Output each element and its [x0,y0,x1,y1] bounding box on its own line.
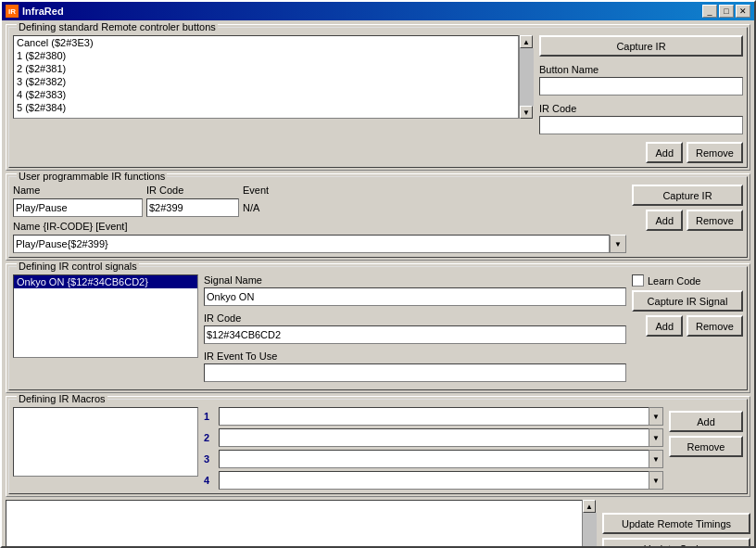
section3-btn-row: Add Remove [632,315,743,337]
section4-left [13,407,198,490]
scroll-up-btn[interactable]: ▲ [520,35,533,48]
maximize-button[interactable]: □ [719,5,734,18]
section1-layout: Cancel ($2#3E3) 1 ($2#380) 2 ($2#381) 3 … [13,35,743,163]
signal-name-field: Signal Name [204,274,626,306]
button-name-field: Button Name [539,64,743,96]
macro-dropdown-3[interactable]: ▼ [649,450,663,468]
ir-event-field: IR Event To Use [204,350,626,382]
signal-name-input[interactable] [204,287,626,306]
main-window: IR InfraRed _ □ ✕ Defining standard Remo… [0,0,756,548]
user-ircode-input[interactable] [146,198,239,217]
ir-event-input[interactable] [204,363,626,382]
bottom-scroll-up[interactable]: ▲ [583,500,596,513]
list-item[interactable]: 3 ($2#382) [14,75,518,88]
scroll-down-btn[interactable]: ▼ [520,106,533,119]
bottom-section: ▲ ▼ Update Remote Timings Update Codes [6,500,750,546]
remove-button-4[interactable]: Remove [669,436,743,457]
add-button-2[interactable]: Add [646,210,683,231]
list-item[interactable]: 1 ($2#380) [14,49,518,62]
section3-outer: Defining IR control signals Onkyo ON {$1… [6,263,750,393]
list-item[interactable]: Cancel ($2#3E3) [14,36,518,49]
ir-code-input-1[interactable] [539,116,743,134]
signal-name-label: Signal Name [204,274,626,286]
macro-select-wrapper-1: ▼ [219,407,663,426]
macro-row-2: 2 ▼ [204,428,663,447]
capture-ir-signal-button[interactable]: Capture IR Signal [632,290,743,312]
list-item[interactable]: 2 ($2#381) [14,62,518,75]
section3-label: Defining IR control signals [17,261,139,272]
list-item[interactable]: 4 ($2#383) [14,88,518,101]
remote-buttons-list-container: Cancel ($2#3E3) 1 ($2#380) 2 ($2#381) 3 … [13,35,534,119]
bottom-textarea[interactable] [6,500,597,546]
macro-row-4: 4 ▼ [204,471,663,490]
bottom-textarea-container: ▲ ▼ [6,500,597,546]
macro-input-1[interactable] [219,407,663,426]
macro-num-4: 4 [204,475,215,486]
remove-button-2[interactable]: Remove [687,210,743,231]
bottom-scrollbar: ▲ ▼ [582,500,597,546]
macro-select-wrapper-2: ▼ [219,428,663,447]
macro-num-2: 2 [204,432,215,443]
macro-input-3[interactable] [219,450,663,468]
capture-ir-button-2[interactable]: Capture IR [632,185,743,206]
section4-outer: Defining IR Macros 1 ▼ [6,396,750,497]
section2-inner: User programmable IR functions Name IR C… [8,176,748,258]
bottom-left: ▲ ▼ [6,500,597,546]
learn-code-checkbox[interactable] [632,274,644,287]
col-event-header: Event [243,185,298,196]
update-remote-timings-button[interactable]: Update Remote Timings [602,513,750,534]
section2-outer: User programmable IR functions Name IR C… [6,173,750,261]
section3-inner: Defining IR control signals Onkyo ON {$1… [8,266,748,390]
section1-scrollbar[interactable]: ▲ ▼ [519,35,534,119]
section4-inner: Defining IR Macros 1 ▼ [8,399,748,494]
section2-layout: Name IR Code Event N/A Name {IR-CODE} [E… [13,185,743,253]
macro-row-3: 3 ▼ [204,450,663,468]
macro-input-2[interactable] [219,428,663,447]
ir-code-field-1: IR Code [539,103,743,134]
button-name-input[interactable] [539,77,743,96]
section2-left: Name IR Code Event N/A Name {IR-CODE} [E… [13,185,626,253]
content-area: Defining standard Remote controler butto… [2,20,754,546]
macros-listbox[interactable] [13,407,198,477]
title-bar-left: IR InfraRed [6,5,64,18]
app-icon: IR [6,5,19,18]
section2-col-headers: Name IR Code Event [13,185,626,196]
section4-label: Defining IR Macros [17,393,107,404]
add-button-3[interactable]: Add [646,315,683,337]
macro-dropdown-1[interactable]: ▼ [649,407,663,426]
ir-signal-item[interactable]: Onkyo ON {$12#34CB6CD2} [14,275,197,288]
remove-button-3[interactable]: Remove [687,315,743,337]
close-button[interactable]: ✕ [736,5,750,18]
scrollbar-track [520,48,534,106]
section4-buttons: Add Remove [669,407,743,490]
section3-middle: Signal Name IR Code IR Event To Use [204,274,626,386]
dropdown-arrow-button[interactable]: ▼ [610,235,626,253]
ir-signals-listbox[interactable]: Onkyo ON {$12#34CB6CD2} [13,274,198,358]
section1-left: Cancel ($2#3E3) 1 ($2#380) 2 ($2#381) 3 … [13,35,534,163]
macro-dropdown-4[interactable]: ▼ [649,471,663,490]
remote-buttons-listbox[interactable]: Cancel ($2#3E3) 1 ($2#380) 2 ($2#381) 3 … [13,35,519,119]
macro-dropdown-2[interactable]: ▼ [649,428,663,447]
section4-center: 1 ▼ 2 ▼ [204,407,663,490]
name-ir-event-input[interactable] [13,235,610,253]
update-codes-button[interactable]: Update Codes [602,538,750,546]
section2-data-row: N/A [13,198,626,217]
section3-right: Learn Code Capture IR Signal Add Remove [632,274,743,386]
bottom-buttons: Update Remote Timings Update Codes [602,500,750,546]
ir-code-input-3[interactable] [204,325,626,344]
title-bar: IR InfraRed _ □ ✕ [2,2,754,20]
col-ircode-header: IR Code [146,185,239,196]
section2-label: User programmable IR functions [17,171,167,182]
section1-label: Defining standard Remote controler butto… [17,21,218,32]
user-name-input[interactable] [13,198,143,217]
add-button-1[interactable]: Add [646,142,683,163]
add-button-4[interactable]: Add [669,411,743,432]
capture-ir-button-1[interactable]: Capture IR [539,35,743,57]
macro-num-1: 1 [204,411,215,422]
col-name-header: Name [13,185,143,196]
macro-input-4[interactable] [219,471,663,490]
list-item[interactable]: 5 ($2#384) [14,101,518,114]
name-ir-event-row: Name {IR-CODE} [Event] [13,221,626,232]
minimize-button[interactable]: _ [702,5,717,18]
remove-button-1[interactable]: Remove [687,142,743,163]
